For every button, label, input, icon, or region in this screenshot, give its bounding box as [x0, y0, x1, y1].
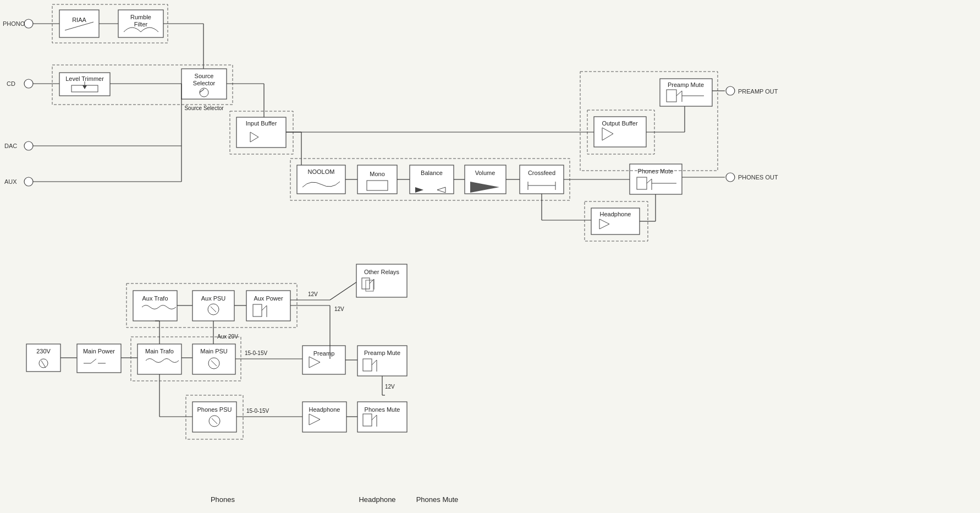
input-buffer-label: Input Buffer: [246, 120, 277, 127]
mono-label: Mono: [370, 171, 385, 177]
dac-label: DAC: [4, 143, 17, 149]
v15-1-label: 15-0-15V: [245, 350, 267, 356]
phones-mute-bot-label: Phones Mute: [365, 406, 400, 413]
phones-mute-label: Phones Mute: [416, 495, 459, 504]
aux-trafo-label: Aux Trafo: [142, 295, 168, 302]
v12-3-label: 12V: [385, 384, 395, 390]
output-buffer-label: Output Buffer: [602, 120, 638, 127]
preamp-mute-top-label: Preamp Mute: [668, 81, 704, 88]
v15-2-label: 15-0-15V: [246, 408, 269, 414]
cd-label: CD: [7, 80, 15, 87]
balance-label: Balance: [421, 170, 443, 176]
svg-text:Selector: Selector: [193, 80, 216, 86]
source-selector-label: Source: [195, 73, 214, 79]
main-trafo-label: Main Trafo: [145, 348, 174, 354]
preamp-mute-bot-label: Preamp Mute: [364, 350, 400, 356]
aux-psu-label: Aux PSU: [201, 295, 226, 302]
preamp-label: Preamp: [313, 350, 335, 357]
main-power-label: Main Power: [83, 348, 115, 354]
phono-label: PHONO: [3, 20, 25, 27]
preamp-out-label: PREAMP OUT: [738, 88, 778, 95]
phones-out-label: PHONES OUT: [738, 174, 778, 181]
v12-1-label: 12V: [308, 291, 318, 297]
aux-power-label: Aux Power: [254, 295, 283, 302]
phones-psu-label: Phones PSU: [197, 406, 232, 413]
cd-port: [24, 79, 33, 88]
aux-label: AUX: [4, 178, 17, 185]
preamp-out-port: [726, 86, 735, 95]
main-psu-label: Main PSU: [200, 348, 228, 354]
phones-label: Phones: [211, 495, 235, 504]
phones-out-port: [726, 173, 735, 182]
riaa-label: RIAA: [72, 17, 86, 23]
aux20v-label: Aux 20V: [217, 334, 238, 340]
aux-port: [24, 177, 33, 186]
other-relays-label: Other Relays: [364, 269, 400, 275]
source-selector-annotation: Source Selector: [184, 105, 224, 111]
v230-label: 230V: [36, 348, 51, 354]
phono-port: [24, 19, 33, 28]
headphone-bot-label: Headphone: [309, 406, 340, 413]
svg-rect-0: [0, 0, 980, 513]
headphone-amp-label: Headphone: [600, 211, 631, 217]
v12-2-label: 12V: [334, 306, 344, 312]
diagram-canvas: PHONO RIAA Rumble Filter CD Level Trimme…: [0, 0, 980, 513]
riaa-block: [59, 10, 99, 37]
rumble-label: Rumble: [130, 14, 151, 20]
dac-port: [24, 141, 33, 150]
level-trimmer-label: Level Trimmer: [65, 75, 104, 82]
mono-block: [357, 165, 397, 194]
phones-mute-right-label: Phones Mute: [638, 168, 674, 174]
volume-label: Volume: [475, 170, 495, 176]
crossfeed-label: Crossfeed: [528, 170, 555, 176]
svg-text:Filter: Filter: [134, 21, 148, 28]
headphone-label: Headphone: [359, 495, 395, 504]
noolom-label: NOOLOM: [308, 168, 335, 175]
